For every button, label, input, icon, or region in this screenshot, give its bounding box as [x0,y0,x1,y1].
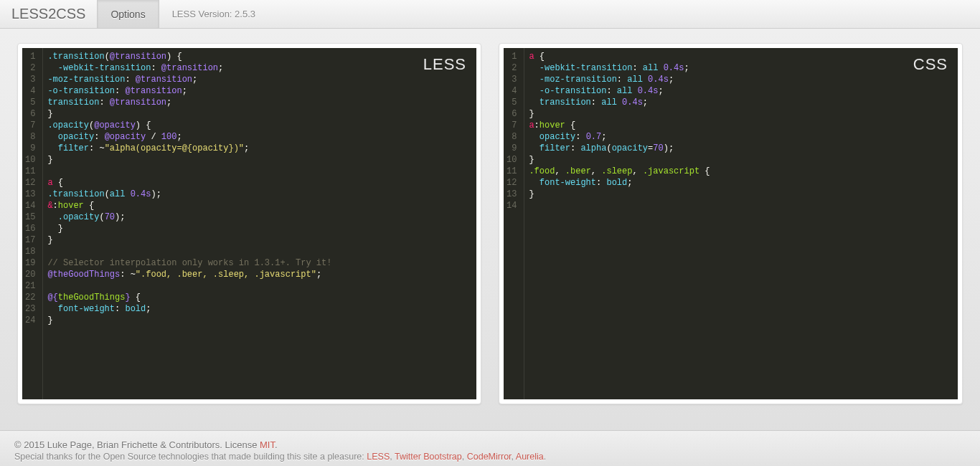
less-gutter: 123456789101112131415161718192021222324 [22,48,43,399]
footer: © 2015 Luke Page, Brian Frichette & Cont… [0,430,980,466]
footer-link-twitter-bootstrap[interactable]: Twitter Bootstrap [395,452,462,462]
less-version-label: LESS Version: 2.5.3 [159,9,268,19]
footer-thanks-text: Special thanks for the Open Source techn… [14,452,367,462]
css-code: a { -webkit-transition: all 0.4s; -moz-t… [524,48,958,399]
brand: LESS2CSS [0,0,98,28]
less-editor[interactable]: 123456789101112131415161718192021222324 … [22,48,476,399]
workspace: LESS 12345678910111213141516171819202122… [0,29,980,419]
css-editor[interactable]: 1234567891011121314 a { -webkit-transiti… [504,48,958,399]
css-panel: CSS 1234567891011121314 a { -webkit-tran… [499,43,963,404]
options-button[interactable]: Options [98,0,159,28]
footer-link-aurelia[interactable]: Aurelia [516,452,544,462]
footer-copyright: © 2015 Luke Page, Brian Frichette & Cont… [14,439,966,450]
footer-copyright-text: © 2015 Luke Page, Brian Frichette & Cont… [14,439,260,450]
footer-link-codemirror[interactable]: CodeMirror [467,452,512,462]
footer-link-less[interactable]: LESS [367,452,390,462]
less-panel: LESS 12345678910111213141516171819202122… [17,43,481,404]
license-link[interactable]: MIT [260,439,275,450]
footer-thanks: Special thanks for the Open Source techn… [14,452,966,462]
topbar: LESS2CSS Options LESS Version: 2.5.3 [0,0,980,29]
css-gutter: 1234567891011121314 [504,48,524,399]
less-code[interactable]: .transition(@transition) { -webkit-trans… [43,48,476,399]
